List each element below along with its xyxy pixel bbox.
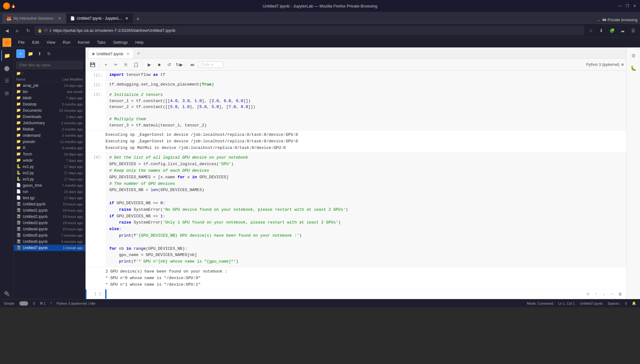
cell-5-output-toolbar: ⎘ ↑ ↓ ⋯ 🗑 xyxy=(582,289,626,299)
extensions-button[interactable]: 🧩 xyxy=(608,26,616,35)
file-item-Untitled5.ipynb[interactable]: 📓Untitled5.ipynb7 minutes ago xyxy=(14,232,85,239)
menu-tabs[interactable]: Tabs xyxy=(94,39,109,46)
maximize-button[interactable]: ❐ xyxy=(624,3,630,9)
file-item-Untitled2.ipynb[interactable]: 📓Untitled2.ipynb19 hours ago xyxy=(14,214,85,220)
cut-cell-button[interactable]: ✂ xyxy=(111,60,120,69)
file-item-R[interactable]: 📁R3 months ago xyxy=(14,145,85,151)
debugger-btn[interactable]: 🐛 xyxy=(628,62,639,74)
cell-4-content[interactable]: # Get the list of all logical GPU device… xyxy=(106,153,626,267)
sync-button[interactable]: ☁ xyxy=(618,26,627,35)
property-inspector-btn[interactable]: ⚙ xyxy=(628,50,639,61)
menu-kernel[interactable]: Kernel xyxy=(75,39,93,46)
code-if-0: if GPU_DEVICES_NB == 0: xyxy=(109,201,165,205)
cell-2-content[interactable]: tf.debugging.set_log_device_placement(Tr… xyxy=(106,80,626,90)
file-item-wrkdir[interactable]: 📁wrkdir7 days ago xyxy=(14,157,85,164)
menu-run[interactable]: Run xyxy=(60,39,73,46)
minimize-button[interactable]: — xyxy=(617,3,623,9)
tab-list-arrow[interactable]: ⌄ xyxy=(597,17,600,22)
close-button[interactable]: ✕ xyxy=(632,3,638,9)
menu-settings[interactable]: Settings xyxy=(110,39,131,46)
tab-close-2[interactable]: ✕ xyxy=(124,16,129,21)
file-item-ex2.py[interactable]: 🐍ex2.py17 days ago xyxy=(14,170,85,176)
cell-delete-btn[interactable]: 🗑 xyxy=(617,291,624,298)
run-cell-button[interactable]: ▶ xyxy=(145,60,154,69)
cell-1-content[interactable]: import tensorflow as tf xyxy=(106,71,626,80)
file-item-Untitled7.ipynb[interactable]: 📓Untitled7.ipynb1 minute ago xyxy=(14,245,85,251)
file-item-Untitled.ipynb[interactable]: 📓Untitled.ipynb19 hours ago xyxy=(14,201,85,207)
bookmark-button[interactable]: ☆ xyxy=(586,26,595,35)
file-item-bin[interactable]: 📁binlast month xyxy=(14,89,85,95)
tab-my-sessions[interactable]: 🦊 My Interactive Sessions - ✕ xyxy=(2,13,66,23)
menu-file[interactable]: File xyxy=(15,39,28,46)
tab-close-1[interactable]: ✕ xyxy=(57,16,62,21)
file-item-Untitled6.ipynb[interactable]: 📓Untitled6.ipynb4 minutes ago xyxy=(14,239,85,245)
cell-5-content[interactable] xyxy=(106,289,582,299)
cell-move-up-btn[interactable]: ↑ xyxy=(593,291,599,298)
file-item-gauss_time[interactable]: 📄gauss_time7 months ago xyxy=(14,182,85,189)
file-item-run[interactable]: 📄run16 days ago xyxy=(14,189,85,195)
file-item-Untitled4.ipynb[interactable]: 📓Untitled4.ipynb19 hours ago xyxy=(14,226,85,232)
skip-forward-button[interactable]: ⏭ xyxy=(188,60,197,69)
cell-type-select[interactable]: Code ▾ xyxy=(198,61,223,68)
menu-view[interactable]: View xyxy=(43,39,58,46)
col-name[interactable]: Name xyxy=(16,77,52,81)
file-item-Documents[interactable]: 📁Documents53 minutes ago xyxy=(14,107,85,114)
notebook-tab-untitled7[interactable]: Untitled7.ipynb ✕ xyxy=(88,49,134,58)
menu-button[interactable]: ☰ xyxy=(629,26,638,35)
upload-button[interactable]: ⬆ xyxy=(36,50,44,58)
file-item-JobSummary[interactable]: 📁JobSummary2 minutes ago xyxy=(14,120,85,126)
file-item-Downloads[interactable]: 📁Downloads2 days ago xyxy=(14,114,85,120)
reload-button[interactable]: ↻ xyxy=(24,26,32,35)
sidebar-files-icon[interactable]: 📁 xyxy=(1,50,12,61)
address-bar[interactable]: 🔒 🛡 ℹ https://portal.hpc.iut.ac.ir/node/… xyxy=(34,26,584,35)
paste-cell-button[interactable]: 📋 xyxy=(131,60,140,69)
restart-run-all-button[interactable]: ↻▶ xyxy=(175,60,184,69)
back-button[interactable]: ◀ xyxy=(2,26,11,35)
file-date: 7 days ago xyxy=(52,96,83,100)
file-item-Untitled3.ipynb[interactable]: 📓Untitled3.ipynb19 hours ago xyxy=(14,220,85,226)
cell-copy-btn[interactable]: ⎘ xyxy=(584,291,591,298)
notebook-tab-close[interactable]: ✕ xyxy=(126,52,130,56)
file-item-blkdir[interactable]: 📁blkdir7 days ago xyxy=(14,95,85,101)
col-modified[interactable]: Last Modified xyxy=(52,77,83,81)
file-item-Untitled1.ipynb[interactable]: 📓Untitled1.ipynb19 hours ago xyxy=(14,207,85,214)
stop-kernel-button[interactable]: ■ xyxy=(155,60,164,69)
menu-edit[interactable]: Edit xyxy=(29,39,42,46)
restart-kernel-button[interactable]: ↺ xyxy=(165,60,174,69)
tab-untitled7[interactable]: 📄 Untitled7.ipynb - JupyterL... ✕ xyxy=(66,13,133,23)
file-item-ex3.py[interactable]: 🐍ex3.py17 days ago xyxy=(14,176,85,182)
cell-3-content[interactable]: # Initialize 2 tensors tensor_1 = tf.con… xyxy=(106,90,626,130)
new-tab-button[interactable]: + xyxy=(134,15,142,23)
save-notebook-button[interactable]: 💾 xyxy=(88,60,97,69)
sidebar-running-icon[interactable]: ⬤ xyxy=(1,62,12,74)
cell-move-down-btn[interactable]: ↓ xyxy=(601,291,608,298)
notification-icon[interactable]: 🔔 xyxy=(632,301,636,305)
new-launcher-button[interactable]: + xyxy=(16,49,25,58)
refresh-button[interactable]: ↻ xyxy=(45,50,53,58)
sidebar-tabs-icon[interactable]: ⊞ xyxy=(1,87,12,99)
cell-1: [1]: import tensorflow as tf xyxy=(86,71,626,80)
file-item-Torch[interactable]: 📁Torch16 days ago xyxy=(14,151,85,157)
new-folder-button[interactable]: 📁 xyxy=(26,50,34,58)
file-item-ondemand[interactable]: 📁ondemand3 months ago xyxy=(14,132,85,139)
file-item-pseudo[interactable]: 📁pseudo11 months ago xyxy=(14,139,85,145)
cell-5: [ ]: ⎘ ↑ ↓ ⋯ 🗑 xyxy=(86,289,626,299)
copy-cell-button[interactable]: ⎘ xyxy=(121,60,130,69)
file-search-input[interactable] xyxy=(16,61,83,69)
file-item-array_job[interactable]: 📁array_job14 days ago xyxy=(14,82,85,89)
menu-help[interactable]: Help xyxy=(132,39,147,46)
sidebar-commands-icon[interactable]: ☰ xyxy=(1,75,12,86)
cell-more-btn[interactable]: ⋯ xyxy=(609,291,616,298)
sidebar-extension-icon[interactable]: 🔌 xyxy=(1,288,12,299)
add-cell-button[interactable]: + xyxy=(101,60,110,69)
simple-toggle[interactable] xyxy=(19,301,28,306)
download-button[interactable]: ⬇ xyxy=(597,26,606,35)
forward-button[interactable]: ▶ xyxy=(13,26,22,35)
file-item-Matlab[interactable]: 📁Matlab2 months ago xyxy=(14,126,85,132)
file-name: Untitled4.ipynb xyxy=(23,227,52,231)
add-notebook-tab-button[interactable]: + xyxy=(135,50,142,57)
file-item-ex1.py[interactable]: 🐍ex1.py17 days ago xyxy=(14,164,85,170)
file-item-Desktop[interactable]: 📁Desktop3 months ago xyxy=(14,101,85,107)
cell-2-number: [2]: xyxy=(86,80,104,90)
file-item-test.tgz[interactable]: 📄test.tgz17 days ago xyxy=(14,195,85,201)
